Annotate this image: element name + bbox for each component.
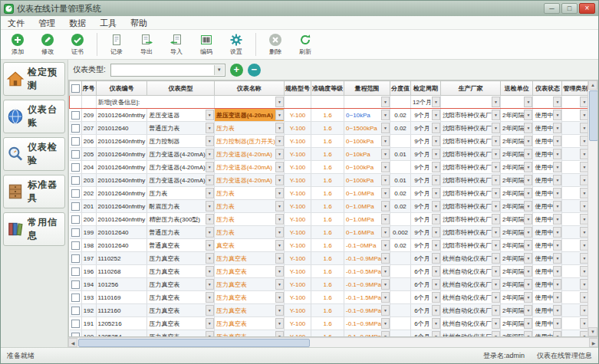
dropdown-arrow-icon[interactable]: ▼ [492, 331, 500, 337]
dropdown-arrow-icon[interactable]: ▼ [492, 110, 500, 120]
cell-period[interactable]: 9个月▼ [411, 135, 441, 148]
new-entry-row[interactable]: 新增[设备信息]:▼▼12个月▼▼▼▼▼ [70, 96, 599, 109]
dropdown-arrow-icon[interactable]: ▼ [206, 305, 214, 316]
cell-division[interactable] [390, 278, 411, 291]
dropdown-arrow-icon[interactable]: ▼ [432, 227, 440, 238]
cell-unit[interactable]: 2年间隔▼ [500, 330, 532, 338]
table-row[interactable]: 203201012640nfnthy压力变送器(4-20mA)▼压力变送器(4-… [70, 174, 599, 187]
dropdown-arrow-icon[interactable]: ▼ [206, 188, 214, 198]
dropdown-arrow-icon[interactable]: ▼ [275, 266, 284, 277]
cell-select[interactable] [70, 265, 82, 278]
cell-period[interactable]: 12个月▼ [411, 96, 441, 109]
cell-code[interactable]: 1112160 [96, 304, 147, 317]
table-row[interactable]: 1911205216压力真空表▼压力真空表▼Y-1001.6-0.1~0.9MP… [70, 317, 599, 330]
cell-period[interactable]: 9个月▼ [411, 161, 441, 174]
row-checkbox[interactable] [71, 215, 80, 224]
cell-range[interactable]: 0~10kPa▼ [344, 109, 390, 122]
menu-item-data[interactable]: 数据 [62, 17, 93, 29]
cell-accuracy[interactable]: 1.6 [311, 187, 344, 200]
cell-category[interactable]: ▼ [562, 213, 589, 226]
dropdown-arrow-icon[interactable]: ▼ [524, 175, 532, 185]
cell-select[interactable] [70, 122, 82, 135]
cell-unit[interactable]: 2年间隔▼ [500, 317, 532, 330]
cell-division[interactable] [390, 317, 411, 330]
dropdown-arrow-icon[interactable]: ▼ [492, 188, 500, 198]
cell-type[interactable]: 普通压力表▼ [147, 226, 214, 239]
refresh-button[interactable]: 刷新 [293, 33, 318, 56]
dropdown-arrow-icon[interactable]: ▼ [275, 305, 284, 316]
dropdown-arrow-icon[interactable]: ▼ [524, 214, 532, 225]
dropdown-arrow-icon[interactable]: ▼ [492, 201, 500, 212]
dropdown-arrow-icon[interactable]: ▼ [206, 123, 214, 133]
table-row[interactable]: 1931110169压力真空表▼压力真空表▼Y-1001.6-0.1~1.5MP… [70, 291, 599, 304]
dropdown-arrow-icon[interactable]: ▼ [432, 110, 440, 120]
column-header[interactable]: 规格型号 [285, 81, 311, 96]
dropdown-arrow-icon[interactable]: ▼ [275, 279, 284, 290]
add-button[interactable]: 添加 [5, 33, 30, 56]
cell-unit[interactable]: ▼ [500, 96, 532, 109]
cell-unit[interactable]: 2年间隔▼ [500, 278, 532, 291]
dropdown-arrow-icon[interactable]: ▼ [553, 253, 561, 264]
cell-maker[interactable]: 沈阳市特种仪表厂▼ [440, 200, 500, 213]
cell-accuracy[interactable]: 1.6 [311, 252, 344, 265]
cell-unit[interactable]: 2年间隔▼ [500, 291, 532, 304]
column-header[interactable]: 送检单位 [500, 81, 532, 96]
cell-period[interactable]: 9个月▼ [411, 239, 441, 252]
dropdown-arrow-icon[interactable]: ▼ [432, 97, 440, 107]
dropdown-arrow-icon[interactable]: ▼ [524, 110, 532, 120]
dropdown-arrow-icon[interactable]: ▼ [553, 136, 561, 146]
cell-seq[interactable]: 202 [81, 187, 96, 200]
menu-item-manage[interactable]: 管理 [31, 17, 62, 29]
cell-seq[interactable]: 192 [81, 304, 96, 317]
cell-status[interactable]: ▼ [533, 96, 562, 109]
cell-status[interactable]: 使用中▼ [533, 317, 562, 330]
column-header[interactable]: 检定周期 [411, 81, 441, 96]
menu-item-help[interactable]: 帮助 [123, 17, 154, 29]
cell-division[interactable]: 0.02 [390, 109, 411, 122]
row-checkbox[interactable] [71, 254, 80, 263]
cell-code[interactable]: 1110169 [96, 291, 147, 304]
table-row[interactable]: 1901205254压力真空表▼压力真空表▼Y-1001.6-0.1~0.9MP… [70, 330, 599, 338]
cell-maker[interactable]: 杭州自动化仪表厂▼ [440, 252, 500, 265]
cell-model[interactable] [285, 96, 311, 109]
dropdown-arrow-icon[interactable]: ▼ [492, 266, 500, 277]
dropdown-arrow-icon[interactable]: ▼ [381, 331, 390, 337]
cell-period[interactable]: 6个月▼ [411, 304, 441, 317]
dropdown-arrow-icon[interactable]: ▼ [553, 97, 561, 107]
cell-category[interactable]: ▼ [562, 200, 589, 213]
select-all-header[interactable] [70, 81, 82, 96]
cell-range[interactable]: 0~100kPa▼ [344, 135, 390, 148]
cell-type[interactable]: 压力真空表▼ [147, 291, 214, 304]
dropdown-arrow-icon[interactable]: ▼ [524, 123, 532, 133]
cell-status[interactable]: 使用中▼ [533, 226, 562, 239]
dropdown-arrow-icon[interactable]: ▼ [553, 110, 561, 120]
cell-type[interactable]: 精密压力表(300型)▼ [147, 213, 214, 226]
modify-button[interactable]: 修改 [35, 33, 60, 56]
dropdown-arrow-icon[interactable]: ▼ [553, 227, 561, 238]
certificate-button[interactable]: 证书 [65, 33, 90, 56]
cell-unit[interactable]: 2年间隔▼ [500, 109, 532, 122]
cell-division[interactable]: 0.02 [390, 200, 411, 213]
table-row[interactable]: 201201012640nfnthy耐震压力表▼压力表▼Y-1001.60~1.… [70, 200, 599, 213]
cell-type[interactable]: 压力真空表▼ [147, 265, 214, 278]
dropdown-arrow-icon[interactable]: ▼ [524, 279, 532, 290]
dropdown-arrow-icon[interactable]: ▼ [432, 201, 440, 212]
cell-unit[interactable]: 2年间隔▼ [500, 148, 532, 161]
dropdown-arrow-icon[interactable]: ▼ [432, 318, 440, 329]
cell-name[interactable]: 压力变送器(4-20mA)▼ [214, 148, 284, 161]
row-checkbox[interactable] [71, 163, 80, 172]
cell-accuracy[interactable]: 1.6 [311, 226, 344, 239]
cell-status[interactable]: 使用中▼ [533, 291, 562, 304]
select-all-checkbox[interactable] [71, 84, 80, 93]
dropdown-arrow-icon[interactable]: ▼ [206, 240, 214, 251]
cell-maker[interactable]: 杭州自动化仪表厂▼ [440, 265, 500, 278]
column-header[interactable]: 仪表编号 [96, 81, 147, 96]
table-row[interactable]: 1921112160压力真空表▼压力真空表▼Y-1001.6-0.1~0.9MP… [70, 304, 599, 317]
cell-name[interactable]: 压力控制器(压力开关)▼ [214, 135, 284, 148]
cell-accuracy[interactable]: 1.6 [311, 304, 344, 317]
dropdown-arrow-icon[interactable]: ▼ [275, 240, 284, 251]
dropdown-arrow-icon[interactable]: ▼ [381, 110, 390, 120]
dropdown-arrow-icon[interactable]: ▼ [492, 175, 500, 185]
cell-unit[interactable]: 2年间隔▼ [500, 161, 532, 174]
maximize-button[interactable]: □ [561, 3, 578, 14]
